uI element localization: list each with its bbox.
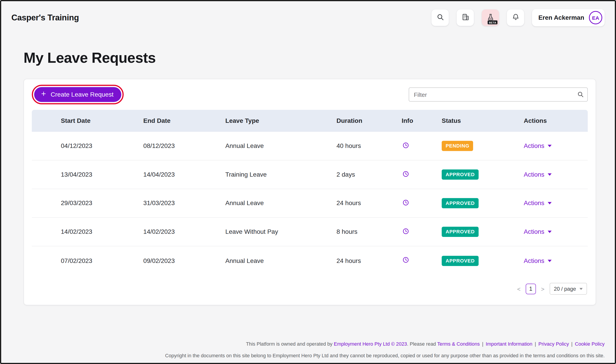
actions-dropdown[interactable]: Actions [524,142,552,150]
table-row: 29/03/2023 31/03/2023 Annual Leave 24 ho… [32,189,588,218]
status-badge: APPROVED [442,227,479,237]
cell-duration: 8 hours [336,228,402,235]
filter-search-icon [577,91,584,99]
footer-line-1: This Platform is owned and operated by E… [1,338,604,350]
info-clock-icon[interactable] [402,142,409,149]
cell-end-date: 14/02/2023 [143,228,226,235]
status-badge: APPROVED [442,198,479,208]
cell-leave-type: Training Leave [226,171,336,178]
highlight-ring: Create Leave Request [32,85,124,104]
page-title: My Leave Requests [24,50,615,66]
actions-dropdown[interactable]: Actions [524,257,552,264]
avatar: EA [589,11,602,25]
cell-leave-type: Annual Leave [226,257,336,264]
status-badge: APPROVED [442,256,479,266]
current-page-button[interactable]: 1 [526,284,536,294]
next-page-button[interactable]: > [541,285,544,292]
status-badge: APPROVED [442,169,479,180]
actions-dropdown[interactable]: Actions [524,228,552,235]
cell-start-date: 07/02/2023 [32,257,143,264]
page-size-value: 20 / page [554,286,576,292]
prev-page-button[interactable]: < [517,285,521,292]
footer-separator: | [482,341,483,347]
footer: This Platform is owned and operated by E… [1,338,615,362]
cell-duration: 24 hours [336,257,402,264]
user-name: Eren Ackerman [538,14,584,21]
chevron-down-icon [548,145,552,147]
leave-requests-table: Start Date End Date Leave Type Duration … [32,110,588,275]
info-clock-icon[interactable] [402,170,409,177]
info-clock-icon[interactable] [402,257,409,263]
search-icon [437,13,444,22]
cell-end-date: 09/02/2023 [143,257,226,264]
user-menu[interactable]: Eren Ackerman EA [532,9,604,26]
privacy-policy-link[interactable]: Privacy Policy [538,341,569,347]
column-header-end-date: End Date [143,117,226,124]
cell-start-date: 29/03/2023 [32,200,143,207]
table-row: 04/12/2023 08/12/2023 Annual Leave 40 ho… [32,132,588,160]
cell-duration: 2 days [336,171,402,178]
organisation-button[interactable] [457,9,474,26]
filter-input[interactable] [409,87,588,102]
important-information-link[interactable]: Important Information [486,341,532,347]
status-badge: PENDING [442,141,473,151]
column-header-status: Status [442,117,524,124]
column-header-start-date: Start Date [32,117,143,124]
chevron-down-icon [548,231,552,233]
chevron-down-icon [548,173,552,176]
cell-leave-type: Annual Leave [226,200,336,207]
footer-separator: | [535,341,536,347]
filter-input-wrapper [409,87,588,102]
card-toolbar: Create Leave Request [32,85,588,104]
column-header-info: Info [402,117,442,124]
actions-label: Actions [524,228,544,235]
table-header-row: Start Date End Date Leave Type Duration … [32,110,588,132]
cell-end-date: 14/04/2023 [143,171,226,178]
column-header-duration: Duration [336,117,402,124]
actions-label: Actions [524,142,544,150]
cookie-policy-link[interactable]: Cookie Policy [575,341,605,347]
footer-separator: | [571,341,573,347]
cell-start-date: 13/04/2023 [32,171,143,178]
column-header-leave-type: Leave Type [226,117,336,124]
terms-conditions-link[interactable]: Terms & Conditions [437,341,480,347]
beta-badge: BETA [488,20,497,25]
bell-icon [512,13,519,22]
actions-dropdown[interactable]: Actions [524,171,552,178]
footer-line-2: Copyright in the documents on this site … [1,350,604,362]
actions-label: Actions [524,200,544,207]
actions-label: Actions [524,171,544,178]
cell-leave-type: Annual Leave [226,142,336,150]
top-bar-actions: BETA Eren Ackerman EA [432,9,604,26]
cell-end-date: 31/03/2023 [143,200,226,207]
page-size-select[interactable]: 20 / page [549,283,587,295]
footer-text: . Please read [407,341,437,347]
pagination: < 1 > 20 / page [32,275,588,305]
chevron-down-icon [579,288,583,290]
notifications-button[interactable] [507,9,524,26]
table-row: 14/02/2023 14/02/2023 Leave Without Pay … [32,218,588,246]
search-button[interactable] [432,9,449,26]
info-clock-icon[interactable] [402,228,409,234]
cell-start-date: 04/12/2023 [32,142,143,150]
app-title: Casper's Training [12,13,79,22]
chevron-down-icon [548,202,552,204]
employment-hero-link[interactable]: Employment Hero Pty Ltd © 2023 [334,341,407,347]
create-leave-request-label: Create Leave Request [51,91,114,98]
actions-label: Actions [524,257,544,264]
cell-leave-type: Leave Without Pay [226,228,336,235]
footer-text: This Platform is owned and operated by [246,341,334,347]
leave-requests-card: Create Leave Request Start Date End Date… [24,79,596,305]
cell-start-date: 14/02/2023 [32,228,143,235]
beta-features-button[interactable]: BETA [482,9,499,26]
cell-duration: 40 hours [336,142,402,150]
building-icon [462,13,469,22]
create-leave-request-button[interactable]: Create Leave Request [34,87,121,102]
table-row: 07/02/2023 09/02/2023 Annual Leave 24 ho… [32,246,588,275]
chevron-down-icon [548,260,552,262]
actions-dropdown[interactable]: Actions [524,200,552,207]
info-clock-icon[interactable] [402,199,409,206]
top-bar: Casper's Training BETA [1,1,615,34]
plus-icon [40,91,47,98]
cell-end-date: 08/12/2023 [143,142,226,150]
